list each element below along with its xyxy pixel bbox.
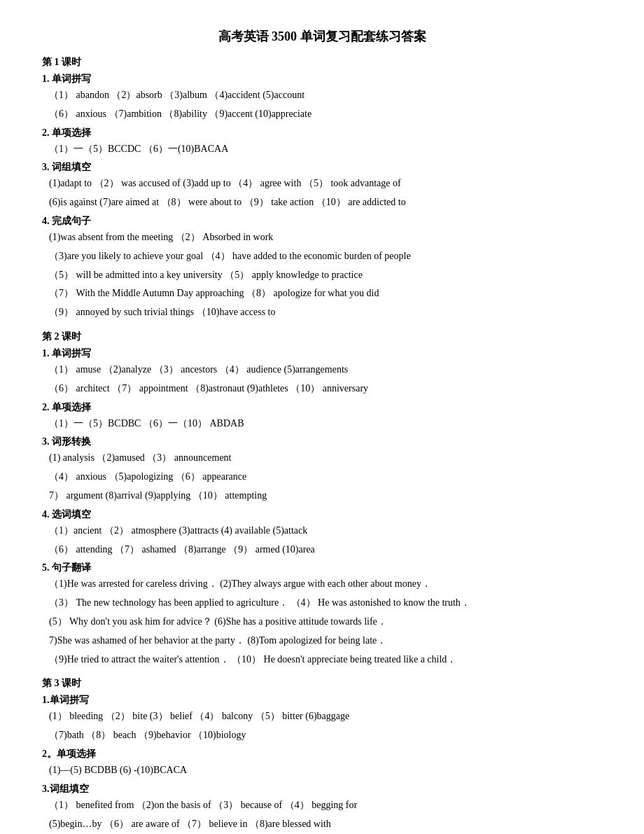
line-0-3-3: （7） With the Middle Autumn Day approachi… (42, 285, 602, 302)
part-label-0-3: 4. 完成句子 (42, 215, 602, 228)
part-label-1-1: 2. 单项选择 (42, 401, 602, 414)
line-2-0-1: （7)bath （8） beach （9)behavior （10)biolog… (42, 727, 602, 744)
part-label-1-2: 3. 词形转换 (42, 436, 602, 448)
line-2-2-1: (5)begin…by （6） are aware of （7） believe… (42, 816, 602, 833)
line-1-0-0: （1） amuse （2)analyze （3） ancestors （4） a… (42, 361, 602, 378)
part-label-2-1: 2。单项选择 (42, 748, 602, 760)
line-0-3-0: (1)was absent from the meeting （2） Absor… (42, 229, 602, 246)
section-title-section1: 第 1 课时 (42, 56, 602, 69)
line-1-3-1: （6） attending （7） ashamed （8)arrange （9）… (42, 541, 602, 558)
part-1-4: 5. 句子翻译（1)He was arrested for careless d… (42, 562, 602, 667)
line-2-1-0: (1)—(5) BCDBB (6) -(10)BCACA (42, 762, 602, 779)
part-label-1-0: 1. 单词拼写 (42, 347, 602, 360)
page-title: 高考英语 3500 单词复习配套练习答案 (42, 28, 602, 45)
line-1-0-1: （6） architect （7） appointment （8)astrona… (42, 380, 602, 397)
line-1-4-0: （1)He was arrested for careless driving．… (42, 576, 602, 592)
line-0-2-1: (6)is against (7)are aimed at （8） were a… (42, 194, 602, 211)
part-1-2: 3. 词形转换(1) analysis （2)amused （3） announ… (42, 436, 602, 503)
part-label-2-0: 1.单词拼写 (42, 694, 602, 707)
part-label-1-4: 5. 句子翻译 (42, 562, 602, 574)
line-1-2-1: （4） anxious （5)apologizing （6） appearanc… (42, 468, 602, 485)
line-1-2-2: 7） argument (8)arrival (9)applying （10） … (42, 487, 602, 504)
part-2-0: 1.单词拼写(1） bleeding （2） bite (3） belief （… (42, 694, 602, 744)
line-0-3-2: （5） will be admitted into a key universi… (42, 267, 602, 284)
part-label-2-2: 3.词组填空 (42, 783, 602, 795)
line-2-0-0: (1） bleeding （2） bite (3） belief （4） bal… (42, 708, 602, 725)
line-0-3-4: （9） annoyed by such trivial things （10)h… (42, 304, 602, 321)
line-0-1-0: （1）一（5）BCCDC （6）一(10)BACAA (42, 141, 602, 158)
line-1-4-4: （9)He tried to attract the waiter's atte… (42, 651, 602, 668)
line-1-4-2: (5） Why don't you ask him for advice？ (6… (42, 613, 602, 630)
part-0-0: 1. 单词拼写（1） abandon （2）absorb （3)album （4… (42, 73, 602, 123)
line-0-3-1: （3)are you likely to achieve your goal （… (42, 248, 602, 265)
section-section1: 第 1 课时1. 单词拼写（1） abandon （2）absorb （3)al… (42, 56, 602, 321)
line-1-4-3: 7)She was ashamed of her behavior at the… (42, 632, 602, 649)
part-2-2: 3.词组填空（1） benefited from （2)on the basis… (42, 783, 602, 834)
part-label-0-1: 2. 单项选择 (42, 127, 602, 139)
line-1-3-0: （1）ancient （2） atmosphere (3)attracts (4… (42, 522, 602, 539)
section-title-section3: 第 3 课时 (42, 677, 602, 690)
part-0-3: 4. 完成句子(1)was absent from the meeting （2… (42, 215, 602, 321)
part-label-0-0: 1. 单词拼写 (42, 73, 602, 85)
part-1-3: 4. 选词填空（1）ancient （2） atmosphere (3)attr… (42, 508, 602, 558)
part-0-1: 2. 单项选择（1）一（5）BCCDC （6）一(10)BACAA (42, 127, 602, 158)
part-label-1-3: 4. 选词填空 (42, 508, 602, 521)
section-section3: 第 3 课时1.单词拼写(1） bleeding （2） bite (3） be… (42, 677, 602, 834)
section-title-section2: 第 2 课时 (42, 331, 602, 343)
line-0-2-0: (1)adapt to （2） was accused of (3)add up… (42, 175, 602, 192)
line-1-1-0: （1）一（5）BCDBC （6）一（10） ABDAB (42, 415, 602, 432)
page-container: 高考英语 3500 单词复习配套练习答案 第 1 课时1. 单词拼写（1） ab… (42, 28, 602, 834)
line-0-0-0: （1） abandon （2）absorb （3)album （4)accide… (42, 87, 602, 104)
part-2-1: 2。单项选择(1)—(5) BCDBB (6) -(10)BCACA (42, 748, 602, 779)
part-0-2: 3. 词组填空(1)adapt to （2） was accused of (3… (42, 161, 602, 211)
line-2-2-0: （1） benefited from （2)on the basis of （3… (42, 797, 602, 814)
line-0-0-1: （6） anxious （7)ambition （8)ability （9)ac… (42, 106, 602, 123)
part-1-0: 1. 单词拼写（1） amuse （2)analyze （3） ancestor… (42, 347, 602, 397)
section-section2: 第 2 课时1. 单词拼写（1） amuse （2)analyze （3） an… (42, 331, 602, 667)
part-1-1: 2. 单项选择（1）一（5）BCDBC （6）一（10） ABDAB (42, 401, 602, 432)
line-1-2-0: (1) analysis （2)amused （3） announcement (42, 450, 602, 466)
line-1-4-1: （3） The new technology has been applied … (42, 595, 602, 611)
part-label-0-2: 3. 词组填空 (42, 161, 602, 174)
